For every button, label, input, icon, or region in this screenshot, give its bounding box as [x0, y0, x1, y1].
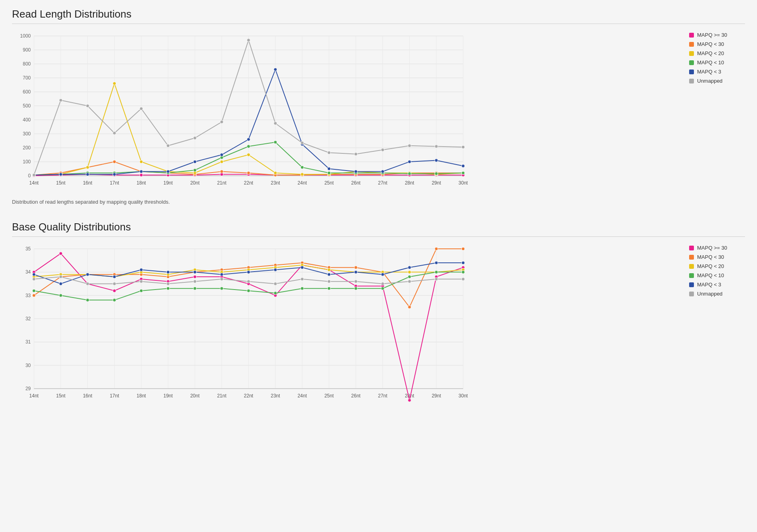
svg-point-132 — [193, 160, 196, 163]
svg-text:100: 100 — [23, 159, 31, 165]
svg-point-120 — [327, 171, 331, 175]
svg-point-255 — [327, 268, 331, 272]
svg-text:18nt: 18nt — [137, 393, 146, 399]
svg-point-243 — [462, 247, 465, 250]
svg-text:22nt: 22nt — [244, 180, 254, 186]
read-length-chart-area: 0100200300400500600700800900100014nt15nt… — [12, 28, 681, 196]
svg-point-241 — [408, 306, 411, 309]
svg-point-276 — [435, 270, 438, 274]
svg-point-305 — [301, 278, 304, 281]
svg-text:17nt: 17nt — [110, 393, 119, 399]
svg-point-283 — [166, 270, 170, 274]
svg-point-270 — [274, 292, 277, 295]
svg-point-141 — [435, 159, 438, 162]
svg-rect-160 — [12, 241, 471, 409]
base-quality-chart-container: 2930313233343514nt15nt16nt17nt18nt19nt20… — [12, 241, 745, 409]
svg-point-83 — [247, 171, 250, 175]
svg-point-304 — [274, 282, 277, 286]
svg-text:34: 34 — [26, 269, 31, 275]
read-length-description: Distribution of read lengths separated b… — [12, 199, 745, 205]
svg-text:35: 35 — [26, 246, 31, 252]
legend-label: MAPQ < 20 — [697, 263, 724, 269]
legend-item: MAPQ < 30 — [689, 254, 745, 260]
legend-label: MAPQ < 30 — [697, 254, 724, 260]
base-quality-legend: MAPQ >= 30MAPQ < 30MAPQ < 20MAPQ < 10MAP… — [681, 241, 745, 300]
legend-item: MAPQ >= 30 — [689, 245, 745, 251]
svg-text:26nt: 26nt — [351, 393, 361, 399]
svg-point-266 — [166, 287, 170, 290]
svg-text:17nt: 17nt — [110, 180, 119, 186]
svg-point-96 — [140, 160, 143, 163]
svg-point-95 — [113, 82, 116, 85]
svg-point-138 — [354, 170, 357, 173]
legend-label: Unmapped — [697, 291, 723, 297]
svg-rect-0 — [12, 28, 471, 196]
legend-label: MAPQ < 10 — [697, 60, 724, 66]
svg-point-271 — [301, 287, 304, 290]
svg-text:21nt: 21nt — [217, 180, 227, 186]
svg-point-273 — [354, 287, 357, 290]
svg-text:27nt: 27nt — [378, 393, 388, 399]
svg-point-137 — [327, 167, 331, 171]
svg-point-227 — [32, 294, 36, 297]
read-length-svg: 0100200300400500600700800900100014nt15nt… — [12, 28, 471, 196]
legend-label: MAPQ < 20 — [697, 50, 724, 56]
svg-text:19nt: 19nt — [163, 393, 173, 399]
svg-text:20nt: 20nt — [190, 393, 200, 399]
legend-label: MAPQ >= 30 — [697, 245, 727, 251]
svg-text:29nt: 29nt — [432, 180, 441, 186]
svg-point-285 — [220, 273, 223, 276]
svg-point-261 — [32, 289, 36, 292]
svg-point-216 — [193, 275, 196, 278]
svg-point-140 — [408, 160, 411, 163]
svg-text:22nt: 22nt — [244, 393, 254, 399]
svg-point-142 — [462, 165, 465, 168]
svg-point-148 — [166, 144, 170, 147]
svg-point-311 — [462, 278, 465, 281]
svg-point-267 — [193, 287, 196, 290]
legend-item: MAPQ < 30 — [689, 41, 745, 47]
svg-point-115 — [193, 169, 196, 172]
svg-text:25nt: 25nt — [324, 393, 334, 399]
svg-point-145 — [86, 104, 89, 107]
base-quality-section: Base Quality Distributions 2930313233343… — [12, 221, 745, 409]
svg-point-297 — [86, 282, 89, 286]
svg-text:24nt: 24nt — [297, 393, 307, 399]
svg-point-300 — [166, 282, 170, 286]
svg-point-309 — [408, 280, 411, 283]
svg-point-288 — [301, 266, 304, 269]
svg-point-133 — [220, 153, 223, 157]
legend-item: MAPQ < 20 — [689, 263, 745, 269]
svg-point-123 — [408, 172, 411, 175]
svg-point-265 — [140, 289, 143, 292]
svg-point-296 — [59, 275, 62, 278]
svg-point-158 — [435, 145, 438, 148]
svg-text:900: 900 — [23, 47, 31, 53]
svg-point-159 — [462, 145, 465, 149]
svg-point-302 — [220, 278, 223, 281]
legend-item: MAPQ < 10 — [689, 60, 745, 66]
legend-item: MAPQ < 3 — [689, 69, 745, 75]
svg-point-213 — [113, 289, 116, 292]
svg-text:25nt: 25nt — [324, 180, 334, 186]
svg-point-129 — [113, 173, 116, 176]
svg-point-239 — [354, 266, 357, 269]
legend-item: Unmapped — [689, 291, 745, 297]
svg-text:21nt: 21nt — [217, 393, 227, 399]
svg-point-282 — [140, 268, 143, 272]
svg-point-224 — [408, 399, 411, 402]
svg-point-118 — [274, 141, 277, 144]
svg-point-308 — [381, 282, 384, 286]
svg-point-157 — [408, 144, 411, 147]
legend-item: Unmapped — [689, 78, 745, 84]
svg-text:14nt: 14nt — [29, 180, 39, 186]
svg-text:30nt: 30nt — [458, 180, 468, 186]
svg-point-292 — [408, 266, 411, 269]
svg-point-264 — [113, 298, 116, 302]
svg-text:1000: 1000 — [20, 33, 31, 39]
svg-text:700: 700 — [23, 75, 31, 81]
svg-text:16nt: 16nt — [83, 393, 93, 399]
svg-point-100 — [247, 153, 250, 157]
svg-point-82 — [220, 170, 223, 173]
svg-point-154 — [327, 151, 331, 154]
